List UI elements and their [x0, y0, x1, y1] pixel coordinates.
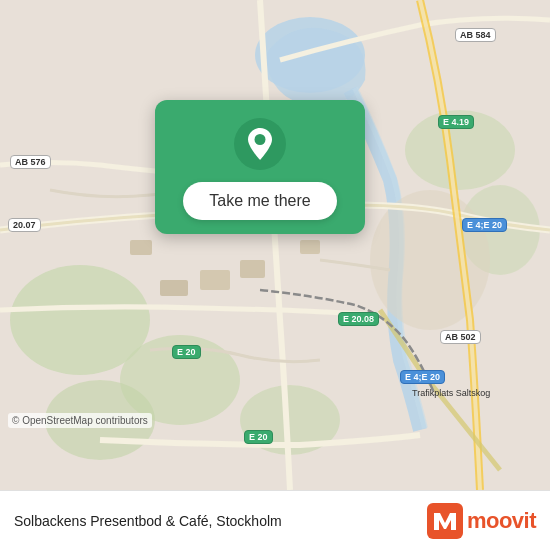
svg-rect-10 — [240, 260, 265, 278]
road-label-saltskog: Trafikplats Saltskog — [412, 388, 490, 398]
svg-rect-16 — [427, 503, 463, 539]
moovit-m-icon — [427, 503, 463, 539]
road-badge-ab502: AB 502 — [440, 330, 481, 344]
svg-rect-12 — [300, 240, 320, 254]
take-me-there-button[interactable]: Take me there — [183, 182, 336, 220]
location-card: Take me there — [155, 100, 365, 234]
svg-rect-11 — [160, 280, 188, 296]
place-name: Solbackens Presentbod & Café, Stockholm — [14, 513, 427, 529]
map-container: AB 584 E 4.19 AB 576 E 20.0 20.07 E 4;E … — [0, 0, 550, 490]
road-badge-e4e20-top: E 4;E 20 — [462, 218, 507, 232]
road-badge-ab584: AB 584 — [455, 28, 496, 42]
moovit-logo: moovit — [427, 503, 536, 539]
road-badge-e4e20-bot: E 4;E 20 — [400, 370, 445, 384]
svg-rect-13 — [130, 240, 152, 255]
road-badge-e2008: E 20.08 — [338, 312, 379, 326]
road-badge-ab576: AB 576 — [10, 155, 51, 169]
svg-rect-9 — [200, 270, 230, 290]
svg-point-15 — [255, 134, 266, 145]
road-badge-e20-bot: E 20 — [244, 430, 273, 444]
moovit-text: moovit — [467, 508, 536, 534]
road-badge-2007: 20.07 — [8, 218, 41, 232]
osm-credit: © OpenStreetMap contributors — [8, 413, 152, 428]
road-badge-e20-mid: E 20 — [172, 345, 201, 359]
bottom-bar: Solbackens Presentbod & Café, Stockholm … — [0, 490, 550, 550]
location-pin-icon — [234, 118, 286, 170]
road-badge-e419: E 4.19 — [438, 115, 474, 129]
